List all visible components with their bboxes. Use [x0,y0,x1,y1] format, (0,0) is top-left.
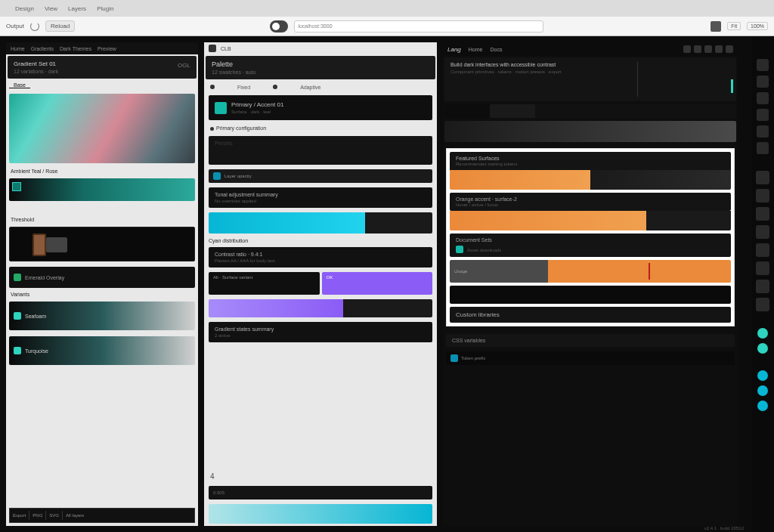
row-a-label[interactable]: Asset downloads [467,248,501,252]
radio-icon[interactable] [210,85,215,89]
export-png-button[interactable]: PNG [33,513,42,518]
toggle-fixed[interactable]: Fixed [237,85,250,90]
usage-bar[interactable] [548,260,731,283]
variant-ok-button[interactable]: OK [322,272,433,295]
bar1-caption: Threshold [6,215,198,224]
tab-base[interactable]: Base [9,82,30,88]
sect1-sub: Recommended starting tokens [456,162,725,166]
url-input[interactable]: localhost:3000 [294,20,543,32]
settings-icon[interactable] [711,21,721,32]
tool-icon[interactable] [756,189,769,203]
hero-tabs [444,104,736,118]
radio-icon[interactable] [273,85,277,89]
tool-icon[interactable] [757,142,769,154]
opacity-input[interactable]: Layer opacity [209,169,432,183]
export-svg-button[interactable]: SVG [49,513,59,518]
marker-icon [649,263,650,280]
menu-view[interactable]: View [45,5,57,12]
tool-icon[interactable] [756,225,769,239]
crumb-dark[interactable]: Dark Themes [60,46,91,51]
nav-icon[interactable] [694,45,701,53]
card-orange-accent[interactable]: Orange accent · surface-2 Hover / active… [450,193,731,211]
site-logo[interactable]: Lang [447,46,461,53]
hero-strip [444,121,736,142]
accent-icon [731,79,733,93]
list-item[interactable]: Turquoise [9,336,195,365]
usage-split: Usage [450,260,731,283]
token-prefix-input[interactable]: Token prefix [446,351,735,365]
reload-button[interactable]: Reload [45,20,75,32]
tool-icon[interactable] [757,76,769,88]
nav-icon[interactable] [715,45,723,53]
tool-icon[interactable] [756,243,769,257]
list-item[interactable]: Seafoam [9,302,195,330]
zoom-100-button[interactable]: 100% [747,22,768,30]
tool-icon[interactable] [757,59,769,71]
orange-surface-swatch-2[interactable] [450,211,731,230]
tool-icon[interactable] [756,280,769,293]
gradient-preview-main[interactable] [9,94,195,163]
menu-plugin[interactable]: Plugin [97,5,113,12]
gradient-label: Ambient Teal / Rose [6,166,198,175]
list-item[interactable]: Emerald Overlay [9,267,195,288]
hero-tab[interactable] [444,104,490,118]
tool-icon[interactable] [756,171,769,184]
tool-icon[interactable] [757,109,769,121]
hero-tab[interactable] [490,104,535,118]
panel-palette: CLB Palette 12 swatches · auto Fixed Ada… [204,42,437,526]
tool-icon[interactable] [757,125,769,138]
tool-icon[interactable] [757,92,769,104]
teal-slider[interactable] [9,178,195,201]
foot-title: CSS variables [452,338,729,343]
orange-surface-swatch[interactable] [450,170,731,190]
belt-preview[interactable] [9,227,195,261]
foot-value[interactable]: 0.005 [209,486,432,500]
crumb-home[interactable]: Home [11,46,25,51]
color-dot-teal-icon[interactable] [757,343,768,354]
card2-sub: Hover / active / focus [456,203,725,207]
output-label: Output [6,23,24,29]
presets-panel: Presets [209,136,432,165]
workspace: Home Gradients Dark Themes Preview Gradi… [0,36,774,532]
sect2-title: Document Sets [456,237,725,243]
window-menubar: Design View Layers Plugin [0,0,774,17]
color-dot-cyan-icon[interactable] [757,401,768,411]
primary-card[interactable]: Primary / Accent 01 Surface · dark · tea… [209,95,432,120]
nav-icon[interactable] [726,45,733,53]
color-dot-cyan-icon[interactable] [757,370,768,381]
nav-icon[interactable] [704,45,712,53]
interpolation-bar[interactable] [209,504,432,524]
item2a-label: Seafoam [25,314,46,319]
field-icon [450,354,458,362]
toggle-switch[interactable] [270,20,288,32]
menu-design[interactable]: Design [15,5,34,12]
variant-alt[interactable]: Alt · Surface variant [209,272,320,295]
color-dot-teal-icon[interactable] [757,328,768,339]
zoom-fit-button[interactable]: Fit [727,22,741,30]
block1-sub: No overrides applied [215,199,426,203]
nav-home[interactable]: Home [469,47,483,52]
app-icon [209,45,216,52]
nav-icon[interactable] [683,45,691,53]
export-all-button[interactable]: All layers [66,513,84,518]
hero-line2: Component primitives · tokens · motion p… [450,70,730,74]
menu-layers[interactable]: Layers [68,5,86,12]
tool-icon[interactable] [756,261,769,275]
hero-line1: Build dark interfaces with accessible co… [450,62,730,67]
crumb-gradients[interactable]: Gradients [31,46,54,51]
tool-icon[interactable] [756,207,769,221]
refresh-icon[interactable] [30,22,39,31]
cyan-progress-bar[interactable] [209,212,432,234]
panel1-header: Gradient Set 01 12 variations · dark OGL [8,56,197,79]
tool-icon[interactable] [756,298,769,311]
toggle-adaptive[interactable]: Adaptive [300,85,320,90]
panel1-title: Gradient Set 01 [14,60,190,67]
color-dot-cyan-icon[interactable] [757,385,768,396]
nav-docs[interactable]: Docs [490,47,502,52]
crumb-preview: Preview [98,46,116,51]
contrast-block: Contrast ratio · 9.4:1 Passes AA / AAA f… [209,247,432,268]
block2-sub: Passes AA / AAA for body text [215,258,426,263]
slider-handle-icon[interactable] [12,182,21,191]
purple-progress-bar[interactable] [209,299,432,317]
usage-label: Usage [450,260,548,283]
